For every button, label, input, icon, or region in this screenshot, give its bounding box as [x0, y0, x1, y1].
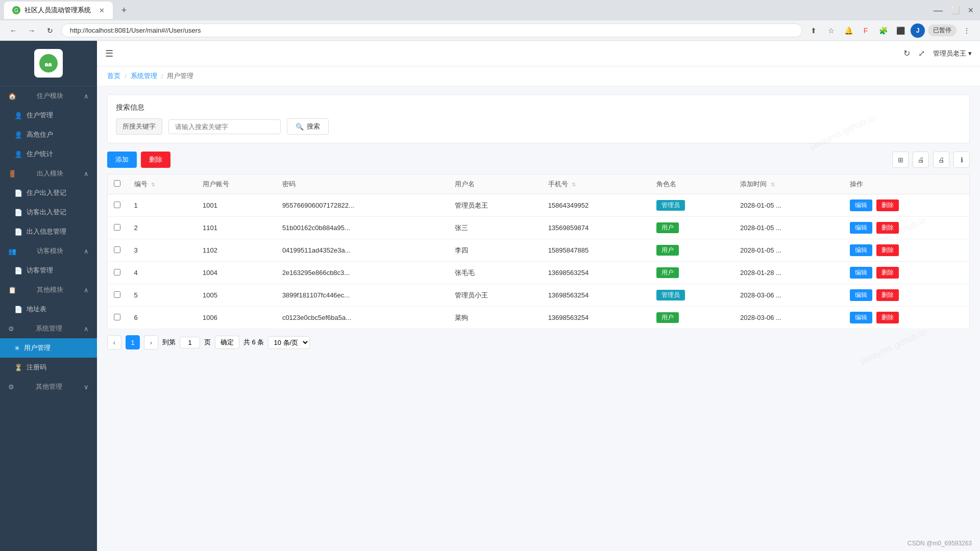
admin-menu[interactable]: 管理员老王 ▾ [933, 49, 972, 58]
page-size-select[interactable]: 10 条/页 20 条/页 50 条/页 [268, 336, 310, 349]
delete-button-1[interactable]: 删除 [876, 222, 899, 234]
sort-id-icon[interactable]: ⇅ [151, 182, 155, 187]
search-input[interactable] [168, 119, 281, 134]
row-password: 04199511ad4352e3a... [276, 239, 449, 262]
sidebar-item-entry-info[interactable]: 📄 出入信息管理 [0, 222, 97, 241]
sidebar-item-address[interactable]: 📄 地址表 [0, 299, 97, 319]
sidebar-item-visitor-entry[interactable]: 📄 访客出入登记 [0, 203, 97, 222]
close-tab-button[interactable]: ✕ [99, 7, 105, 14]
sidebar-item-resident-entry[interactable]: 📄 住户出入登记 [0, 183, 97, 203]
sidebar-group-entry[interactable]: 🚪 出入模块 ∧ [0, 164, 97, 183]
role-badge: 用户 [656, 312, 679, 323]
row-time: 2028-01-28 ... [734, 262, 844, 284]
extensions-icon[interactable]: 🧩 [876, 23, 890, 38]
breadcrumb-system[interactable]: 系统管理 [131, 71, 157, 81]
search-button[interactable]: 🔍 搜索 [287, 118, 329, 135]
refresh-icon[interactable]: ↻ [903, 48, 910, 58]
row-checkbox-1[interactable] [114, 224, 120, 231]
group-label: 访客模块 [37, 246, 63, 256]
add-button[interactable]: 添加 [107, 152, 137, 168]
sidebar-group-other-mgmt[interactable]: ⚙ 其他管理 ∨ [0, 377, 97, 396]
row-checkbox-3[interactable] [114, 269, 120, 276]
role-badge: 管理员 [656, 200, 685, 211]
refresh-button[interactable]: ↻ [43, 23, 57, 38]
header-account: 用户账号 [197, 174, 276, 194]
page-1-button[interactable]: 1 [126, 335, 140, 349]
table-row: 5 1005 3899f181107fc446ec... 管理员小王 13698… [108, 284, 970, 307]
bookmark-icon[interactable]: ☆ [824, 23, 838, 38]
role-badge: 用户 [656, 222, 679, 233]
app-layout: 🏘 🏠 住户模块 ∧ 👤 住户管理 👤 高危住户 👤 住户统计 [0, 41, 980, 551]
browser-actions: ⬆ ☆ 🔔 F 🧩 ⬛ J 已暂停 ⋮ [806, 23, 974, 38]
menu-icon[interactable]: ⋮ [960, 23, 974, 38]
profile-button[interactable]: J [911, 23, 925, 38]
edit-button-5[interactable]: 编辑 [850, 312, 872, 323]
item-label: 住户管理 [27, 111, 53, 120]
sidebar-group-visitor[interactable]: 👥 访客模块 ∧ [0, 241, 97, 261]
item-icon: ⏳ [14, 364, 22, 371]
sidebar-group-other[interactable]: 📋 其他模块 ∧ [0, 280, 97, 299]
menu-toggle-button[interactable]: ☰ [105, 48, 113, 59]
row-actions: 编辑 删除 [844, 217, 969, 239]
minimize-button[interactable]: — [932, 3, 945, 18]
select-all-checkbox[interactable] [114, 180, 120, 187]
edit-button-3[interactable]: 编辑 [850, 267, 872, 279]
delete-button-0[interactable]: 删除 [876, 199, 899, 211]
forward-button[interactable]: → [24, 23, 39, 38]
row-checkbox-2[interactable] [114, 246, 120, 253]
row-checkbox-4[interactable] [114, 291, 120, 298]
edit-button-0[interactable]: 编辑 [850, 199, 872, 211]
delete-button-4[interactable]: 删除 [876, 289, 899, 301]
address-bar[interactable]: http://localhost:8081/User/main#//User/u… [61, 23, 802, 37]
browser-tab[interactable]: G 社区人员流动管理系统 ✕ [4, 2, 113, 19]
edit-button-4[interactable]: 编辑 [850, 289, 872, 301]
action-left: 添加 删除 [107, 152, 170, 168]
bulk-delete-button[interactable]: 删除 [141, 152, 170, 168]
row-time: 2028-01-05 ... [734, 194, 844, 217]
prev-page-button[interactable]: ‹ [107, 335, 121, 349]
notification-icon[interactable]: 🔔 [841, 23, 855, 38]
sidebar-item-reg-code[interactable]: ⏳ 注册码 [0, 358, 97, 377]
row-password: 51b00162c0b884a95... [276, 217, 449, 239]
grid-view-button[interactable]: ⊞ [892, 152, 909, 168]
feedly-icon[interactable]: F [859, 23, 873, 38]
export-button[interactable]: 🖨 [933, 152, 949, 168]
sidebar-item-high-risk[interactable]: 👤 高危住户 [0, 125, 97, 144]
delete-button-5[interactable]: 删除 [876, 312, 899, 323]
next-page-button[interactable]: › [144, 335, 158, 349]
print-button[interactable]: 🖨 [913, 152, 929, 168]
sidebar-section-entry: 🚪 出入模块 ∧ 📄 住户出入登记 📄 访客出入登记 📄 出入信息管理 [0, 164, 97, 241]
delete-button-2[interactable]: 删除 [876, 244, 899, 256]
close-window-button[interactable]: ✕ [966, 4, 976, 16]
sidebar-item-user-mgmt[interactable]: ✳ 用户管理 [0, 338, 97, 358]
paused-button[interactable]: 已暂停 [928, 24, 957, 36]
sidebar-group-system[interactable]: ⚙ 系统管理 ∧ [0, 319, 97, 338]
row-username: 菜狗 [449, 307, 542, 329]
fullscreen-icon[interactable]: ⤢ [918, 48, 925, 58]
edit-button-2[interactable]: 编辑 [850, 244, 872, 256]
back-button[interactable]: ← [6, 23, 20, 38]
row-checkbox-5[interactable] [114, 314, 120, 320]
share-icon[interactable]: ⬆ [806, 23, 821, 38]
group-label: 系统管理 [36, 324, 62, 333]
sidebar-toggle-icon[interactable]: ⬛ [893, 23, 908, 38]
delete-button-3[interactable]: 删除 [876, 267, 899, 279]
header-checkbox-col [108, 174, 128, 194]
page-confirm-button[interactable]: 确定 [215, 336, 239, 349]
sidebar-item-resident-mgmt[interactable]: 👤 住户管理 [0, 106, 97, 125]
breadcrumb-home[interactable]: 首页 [107, 71, 120, 81]
new-tab-button[interactable]: + [117, 3, 131, 17]
edit-button-1[interactable]: 编辑 [850, 222, 872, 234]
info-button[interactable]: ℹ [953, 152, 970, 168]
row-id: 4 [128, 262, 197, 284]
row-checkbox-0[interactable] [114, 202, 120, 208]
sort-phone-icon[interactable]: ⇅ [572, 182, 576, 187]
sidebar-group-residents[interactable]: 🏠 住户模块 ∧ [0, 86, 97, 106]
table-row: 1 1001 955766906007172822... 管理员老王 15864… [108, 194, 970, 217]
sidebar-item-visitor-mgmt[interactable]: 📄 访客管理 [0, 261, 97, 280]
row-username: 张毛毛 [449, 262, 542, 284]
page-number-input[interactable] [180, 337, 200, 348]
sidebar-item-resident-stats[interactable]: 👤 住户统计 [0, 144, 97, 164]
sort-time-icon[interactable]: ⇅ [771, 182, 775, 187]
maximize-button[interactable]: ⬜ [949, 4, 962, 16]
